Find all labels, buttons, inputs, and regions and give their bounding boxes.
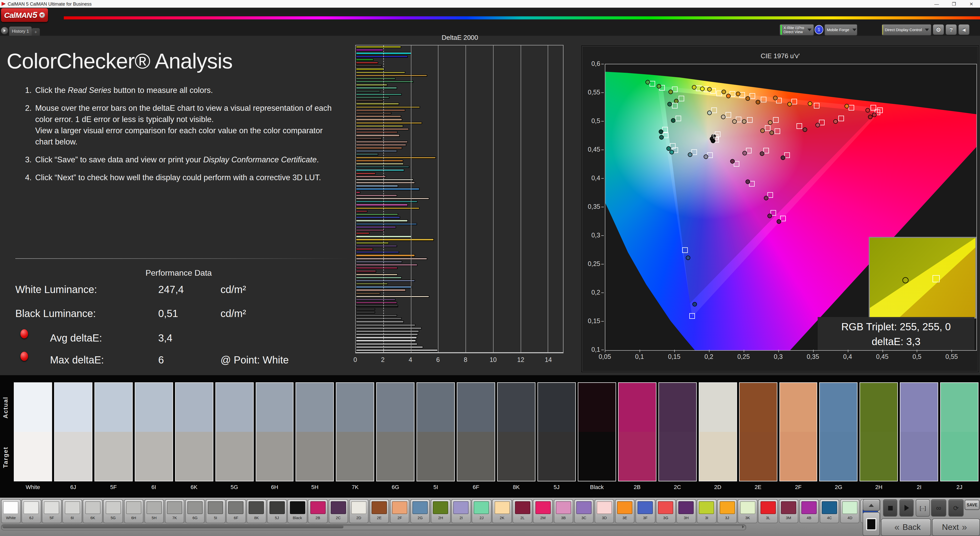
deltae-error-bar[interactable] (356, 330, 419, 332)
patch-button-3K[interactable]: 3K (738, 499, 757, 523)
deltae-error-bar[interactable] (356, 254, 415, 257)
meter-dropdown[interactable]: X-Rite i1ProDirect View (780, 24, 814, 36)
read-continuous-button[interactable]: [··] (916, 499, 930, 517)
logo-menu-icon[interactable] (39, 12, 45, 18)
deltae-error-bar[interactable] (356, 179, 414, 181)
deltae-error-bar[interactable] (356, 204, 408, 206)
deltae-error-bar[interactable] (356, 213, 398, 216)
patch-button-3M[interactable]: 3M (779, 499, 798, 523)
patch-button-2K[interactable]: 2K (492, 499, 512, 523)
deltae-error-bar[interactable] (356, 220, 408, 222)
patch-button-3D[interactable]: 3D (594, 499, 614, 523)
close-button[interactable]: ✕ (963, 0, 980, 8)
deltae-error-bar[interactable] (356, 122, 422, 124)
patch-button-6F[interactable]: 6F (226, 499, 246, 523)
patch-button-3L[interactable]: 3L (758, 499, 778, 523)
scrollbar-thumb[interactable] (3, 525, 344, 528)
deltae-error-bar[interactable] (356, 232, 369, 235)
patch-button-White[interactable]: White (1, 499, 21, 523)
help-button[interactable]: ? (945, 24, 957, 35)
deltae-error-bar[interactable] (356, 49, 383, 51)
patch-button-2D[interactable]: 2D (349, 499, 369, 523)
scroll-right-icon[interactable] (742, 525, 744, 528)
deltae-error-bar[interactable] (356, 299, 396, 301)
tab-history-1[interactable]: History 1 (9, 27, 32, 36)
deltae-error-bar[interactable] (356, 229, 385, 232)
patch-button-3J[interactable]: 3J (718, 499, 737, 523)
deltae-error-bar[interactable] (356, 147, 402, 150)
patch-button-2C[interactable]: 2C (328, 499, 348, 523)
deltae-error-bar[interactable] (356, 292, 380, 294)
patch-button-3F[interactable]: 3F (635, 499, 655, 523)
patch-up-button[interactable] (862, 499, 880, 511)
deltae-error-bar[interactable] (356, 97, 390, 99)
deltae-error-bar[interactable] (356, 68, 385, 70)
history-nav-icon[interactable] (1, 27, 8, 34)
patch-button-7K[interactable]: 7K (165, 499, 185, 523)
deltae-error-bar[interactable] (356, 163, 404, 165)
deltae-error-bar[interactable] (356, 62, 379, 64)
deltae-error-bar[interactable] (356, 312, 375, 314)
current-patch-button[interactable] (862, 512, 880, 536)
deltae-error-bar[interactable] (356, 315, 397, 317)
deltae-error-bar[interactable] (356, 153, 379, 156)
calman-logo[interactable]: CalMAN 5 (1, 8, 48, 22)
patch-button-2J[interactable]: 2J (472, 499, 491, 523)
deltae-error-bar[interactable] (356, 343, 417, 345)
settings-button[interactable]: ⚙ (932, 24, 944, 35)
patch-button-5I[interactable]: 5I (206, 499, 225, 523)
deltae-error-bar[interactable] (356, 197, 429, 200)
meter-count-badge[interactable]: 1 (815, 25, 823, 34)
patch-button-5J[interactable]: 5J (267, 499, 286, 523)
deltae-error-bar[interactable] (356, 223, 417, 225)
deltae-error-bar[interactable] (356, 251, 399, 253)
patch-button-2F[interactable]: 2F (390, 499, 410, 523)
deltae-error-bar[interactable] (356, 280, 415, 282)
deltae-error-bar[interactable] (356, 125, 403, 127)
deltae-error-bar[interactable] (356, 340, 416, 342)
display-control-dropdown[interactable]: Direct Display Control (881, 24, 932, 36)
deltae-error-bar[interactable] (356, 115, 401, 118)
deltae-error-bar[interactable] (356, 144, 407, 146)
patch-button-6H[interactable]: 6H (124, 499, 143, 523)
patch-button-5G[interactable]: 5G (103, 499, 123, 523)
deltae-error-bar[interactable] (356, 90, 380, 92)
patch-button-3B[interactable]: 3B (554, 499, 573, 523)
deltae-error-bar[interactable] (356, 245, 397, 247)
loop-button[interactable]: ∞ (931, 499, 946, 517)
patch-button-5H[interactable]: 5H (144, 499, 164, 523)
deltae-error-bar[interactable] (356, 248, 373, 250)
tab-add[interactable]: + (32, 28, 40, 36)
deltae-error-bar[interactable] (356, 321, 404, 323)
deltae-error-bar[interactable] (356, 56, 408, 58)
deltae-error-bar[interactable] (356, 258, 427, 260)
deltae-error-bar[interactable] (356, 175, 386, 178)
patch-button-2L[interactable]: 2L (513, 499, 532, 523)
deltae-error-bar[interactable] (356, 81, 414, 83)
source-dropdown[interactable]: Mobile Forge (824, 24, 858, 36)
deltae-error-bar[interactable] (356, 112, 391, 115)
next-button[interactable]: Next » (932, 519, 980, 536)
patch-button-3E[interactable]: 3E (615, 499, 635, 523)
deltae-error-bar[interactable] (356, 103, 399, 105)
deltae-error-bar[interactable] (356, 141, 408, 143)
deltae-error-bar[interactable] (356, 302, 397, 304)
deltae-error-bar[interactable] (356, 327, 422, 329)
deltae-error-bar[interactable] (356, 337, 417, 339)
patch-button-2E[interactable]: 2E (369, 499, 389, 523)
deltae-error-bar[interactable] (356, 128, 409, 130)
deltae-error-bar[interactable] (356, 84, 387, 86)
patch-button-3H[interactable]: 3H (676, 499, 696, 523)
deltae-error-bar[interactable] (356, 242, 389, 244)
patch-button-3G[interactable]: 3G (656, 499, 676, 523)
deltae-error-bar[interactable] (356, 172, 375, 175)
deltae-error-bar[interactable] (356, 65, 382, 67)
deltae-error-bar[interactable] (356, 100, 383, 102)
deltae-error-bar[interactable] (356, 277, 402, 279)
deltae-error-bar[interactable] (356, 264, 417, 266)
patch-button-5F[interactable]: 5F (42, 499, 62, 523)
patch-button-6I[interactable]: 6I (62, 499, 82, 523)
deltae-error-bar[interactable] (356, 333, 418, 336)
deltae-error-bar[interactable] (356, 94, 402, 96)
deltae-error-bar[interactable] (356, 267, 398, 269)
